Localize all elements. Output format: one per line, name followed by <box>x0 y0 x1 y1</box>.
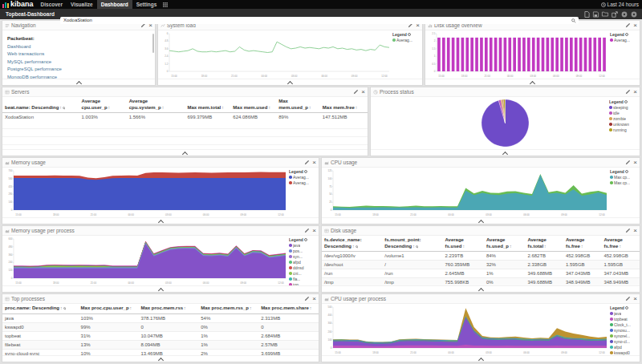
legend-item[interactable]: running <box>609 127 637 132</box>
bar[interactable] <box>508 38 511 71</box>
legend-settings-icon[interactable] <box>408 33 411 36</box>
collapse-caret-icon[interactable] <box>287 81 293 87</box>
column-header[interactable]: Average fs.used↕ <box>442 236 483 252</box>
sort-icon[interactable]: ↕ <box>60 305 63 310</box>
close-icon[interactable]: × <box>312 160 316 165</box>
column-header[interactable]: Average cpu.user_p↕ <box>79 97 127 113</box>
bar[interactable] <box>570 38 573 71</box>
sort-icon[interactable]: ↕ <box>412 244 415 249</box>
bar[interactable] <box>513 38 516 71</box>
close-icon[interactable]: × <box>633 90 637 95</box>
edit-icon[interactable] <box>625 22 631 28</box>
bar[interactable] <box>537 38 540 71</box>
filter-circle-icon[interactable] <box>621 11 628 18</box>
legend-item[interactable]: Averag... <box>610 38 638 42</box>
nav-link[interactable]: PostgreSQL performance <box>7 66 150 74</box>
bar[interactable] <box>485 38 488 71</box>
collapse-caret-icon[interactable] <box>477 288 483 293</box>
edit-icon[interactable] <box>625 296 631 301</box>
bar[interactable] <box>542 38 545 71</box>
column-header[interactable]: fs.mount_point: Descending↕ <box>382 236 442 252</box>
legend-item[interactable]: Averag... <box>392 38 421 42</box>
column-header[interactable]: Max proc.mem.rss_p↕ <box>198 304 258 313</box>
collapse-caret-icon[interactable] <box>182 152 188 157</box>
collapse-caret-icon[interactable] <box>75 81 81 87</box>
legend-item[interactable]: cni... <box>289 271 317 276</box>
legend-item[interactable]: syno-cl... <box>610 339 638 344</box>
column-header[interactable]: Max proc.mem.rss↕ <box>138 304 198 313</box>
edit-icon[interactable] <box>353 89 359 95</box>
edit-icon[interactable] <box>625 228 631 233</box>
legend-settings-icon[interactable] <box>624 100 628 103</box>
bar[interactable] <box>494 38 498 71</box>
bar[interactable] <box>465 38 469 71</box>
bar[interactable] <box>565 38 568 71</box>
legend-item[interactable]: fla... <box>289 277 317 281</box>
legend-item[interactable]: ddnsd <box>289 265 317 270</box>
legend-item[interactable]: Averag... <box>289 180 317 185</box>
nav-item-settings[interactable]: Settings <box>132 0 161 9</box>
scrollbar[interactable] <box>152 34 154 53</box>
bar[interactable] <box>447 38 450 71</box>
close-icon[interactable]: × <box>633 160 637 165</box>
collapse-caret-icon[interactable] <box>477 220 483 225</box>
bar[interactable] <box>470 38 473 71</box>
bar[interactable] <box>532 38 535 71</box>
collapse-caret-icon[interactable] <box>157 358 163 363</box>
bar[interactable] <box>555 38 559 71</box>
nav-item-visualize[interactable]: Visualize <box>67 0 97 9</box>
column-header[interactable]: Max mem.total↕ <box>185 97 230 113</box>
close-icon[interactable]: × <box>312 229 316 233</box>
nav-link[interactable]: MySQL performance <box>7 59 150 67</box>
column-header[interactable]: proc.name: Descending↕ <box>2 304 79 313</box>
edit-icon[interactable] <box>304 160 310 165</box>
bar[interactable] <box>437 38 441 71</box>
legend-item[interactable]: afpd <box>289 260 317 265</box>
sort-icon[interactable]: ↕ <box>184 305 186 310</box>
column-header[interactable]: Max mem.free↕ <box>320 97 368 113</box>
legend-item[interactable]: java <box>610 311 638 316</box>
sort-icon[interactable]: ↕ <box>510 244 512 249</box>
bar[interactable] <box>490 38 493 71</box>
sort-icon[interactable]: ↕ <box>356 105 358 110</box>
search-icon[interactable] <box>571 12 576 26</box>
column-header[interactable]: Max mem.used_p↕ <box>276 97 320 113</box>
column-header[interactable]: Average fs.used_p↕ <box>484 236 525 252</box>
sort-icon[interactable]: ↕ <box>130 305 132 310</box>
close-icon[interactable]: × <box>312 297 316 301</box>
bar[interactable] <box>579 38 583 71</box>
legend-item[interactable]: topbeat <box>610 317 638 322</box>
column-header[interactable]: beat.name: Descending↕ <box>2 97 79 113</box>
bar[interactable] <box>504 38 507 71</box>
close-icon[interactable]: × <box>633 297 637 301</box>
sort-icon[interactable]: ↕ <box>268 105 270 110</box>
bar[interactable] <box>593 38 596 71</box>
sort-icon[interactable]: ↕ <box>619 244 621 249</box>
legend-item[interactable]: Averag... <box>289 175 317 180</box>
bar[interactable] <box>603 38 606 71</box>
column-header[interactable]: Average cpu.system_p↕ <box>127 97 185 113</box>
nav-link[interactable]: Dashboard <box>7 43 150 51</box>
search-input[interactable] <box>60 17 579 24</box>
sort-icon[interactable]: ↕ <box>462 244 465 249</box>
collapse-caret-icon[interactable] <box>530 81 535 87</box>
bar[interactable] <box>584 38 587 71</box>
bar[interactable] <box>475 38 478 71</box>
share-icon[interactable] <box>612 11 618 18</box>
nav-link[interactable]: Web transactions <box>7 51 150 59</box>
column-search-icon[interactable] <box>63 307 66 309</box>
close-icon[interactable]: × <box>361 90 365 95</box>
close-icon[interactable]: × <box>633 23 637 28</box>
edit-icon[interactable] <box>304 296 310 301</box>
legend-settings-icon[interactable] <box>304 238 307 241</box>
nav-item-dashboard[interactable]: Dashboard <box>97 0 132 9</box>
kibana-logo[interactable]: kibana <box>2 1 34 8</box>
legend-settings-icon[interactable] <box>625 306 628 309</box>
bar[interactable] <box>527 38 530 71</box>
legend-item[interactable]: syn... <box>289 254 317 259</box>
dashboard-title-tab[interactable]: Topbeat-Dashboard <box>0 11 60 17</box>
bar[interactable] <box>598 38 601 71</box>
legend-item[interactable]: java <box>289 243 317 248</box>
bar[interactable] <box>522 38 526 71</box>
edit-icon[interactable] <box>625 89 631 95</box>
